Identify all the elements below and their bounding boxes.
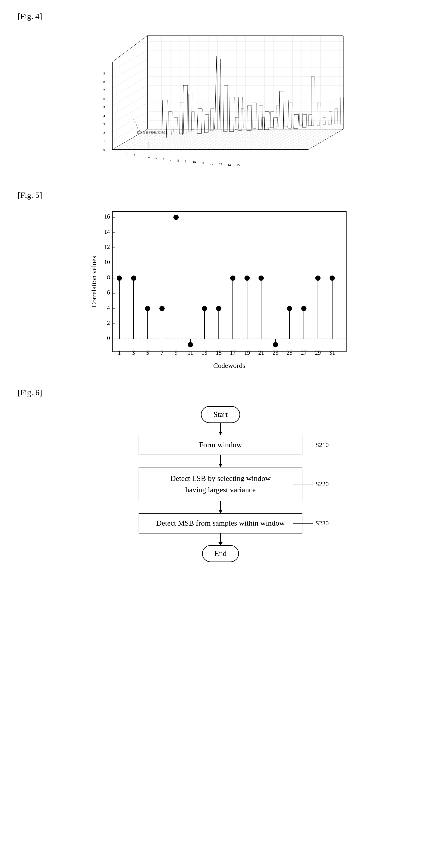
- svg-marker-181: [317, 103, 320, 125]
- svg-line-69: [207, 129, 242, 150]
- svg-line-22: [180, 129, 217, 151]
- svg-line-21: [175, 129, 213, 151]
- svg-text:15: 15: [237, 163, 240, 167]
- svg-marker-158: [224, 85, 228, 131]
- svg-line-33: [232, 129, 269, 151]
- svg-line-87: [296, 129, 331, 150]
- svg-text:23: 23: [272, 349, 278, 356]
- svg-line-47: [297, 129, 334, 151]
- svg-line-96: [112, 85, 147, 106]
- svg-line-76: [241, 129, 277, 150]
- svg-marker-168: [253, 103, 257, 129]
- svg-marker-152: [264, 112, 269, 130]
- svg-line-94: [112, 68, 147, 88]
- svg-line-84: [281, 129, 316, 150]
- step-s210-node: Form window S210: [104, 435, 337, 455]
- svg-line-39: [260, 129, 297, 151]
- svg-text:3: 3: [137, 127, 139, 130]
- svg-marker-160: [259, 106, 263, 130]
- svg-marker-151: [247, 106, 252, 131]
- svg-text:4: 4: [107, 304, 110, 311]
- svg-line-71: [217, 129, 252, 150]
- svg-line-99: [112, 112, 147, 132]
- svg-line-67: [197, 129, 232, 150]
- svg-text:Codewords: Codewords: [213, 362, 245, 369]
- step-s220-label: Detect LSB by selecting window having la…: [148, 473, 293, 496]
- svg-line-32: [227, 129, 264, 151]
- svg-line-98: [112, 103, 147, 123]
- step-s230-label: Detect MSB from samples within window: [156, 519, 285, 527]
- svg-text:12: 12: [104, 244, 110, 250]
- arrow-3: [220, 501, 221, 513]
- svg-text:1: 1: [140, 133, 142, 135]
- svg-marker-159: [238, 97, 242, 131]
- svg-line-18: [161, 129, 199, 151]
- svg-line-100: [112, 120, 147, 141]
- svg-text:0: 0: [107, 335, 110, 341]
- svg-line-95: [112, 76, 147, 97]
- svg-marker-146: [215, 56, 217, 129]
- svg-marker-180: [311, 76, 314, 126]
- step-s210-label: Form window: [199, 441, 242, 449]
- svg-text:6: 6: [133, 118, 134, 121]
- step-s210-id: S210: [316, 441, 329, 449]
- svg-point-240: [202, 306, 207, 311]
- svg-text:7: 7: [170, 158, 172, 161]
- svg-text:27: 27: [301, 349, 307, 356]
- svg-point-232: [145, 306, 150, 311]
- svg-text:1: 1: [126, 153, 128, 156]
- svg-line-23: [185, 129, 222, 151]
- svg-text:5: 5: [104, 105, 105, 109]
- step-s230-node: Detect MSB from samples within window S2…: [104, 513, 337, 533]
- svg-line-92: [112, 50, 147, 71]
- svg-line-91: [112, 41, 147, 62]
- svg-text:9: 9: [175, 349, 177, 356]
- svg-text:1: 1: [118, 349, 121, 356]
- svg-line-82: [271, 129, 306, 150]
- svg-line-28: [208, 129, 246, 151]
- step-s220-id: S220: [316, 480, 329, 488]
- svg-marker-157: [204, 115, 209, 133]
- svg-text:6: 6: [104, 97, 105, 100]
- svg-text:8: 8: [107, 274, 110, 280]
- svg-text:6: 6: [163, 157, 164, 160]
- svg-point-252: [287, 306, 292, 311]
- svg-text:5: 5: [155, 156, 157, 159]
- svg-text:11: 11: [187, 349, 193, 356]
- svg-text:29: 29: [315, 349, 321, 356]
- svg-text:2: 2: [134, 153, 135, 157]
- svg-marker-178: [323, 118, 326, 124]
- svg-marker-182: [329, 112, 332, 125]
- svg-text:16: 16: [104, 213, 110, 220]
- svg-line-40: [264, 129, 302, 151]
- svg-line-93: [112, 59, 147, 80]
- svg-text:3: 3: [104, 122, 105, 126]
- svg-marker-177: [299, 113, 303, 125]
- svg-point-246: [245, 276, 249, 280]
- svg-text:14: 14: [228, 163, 231, 166]
- fig5-section: [Fig. 5] 0 2 4 6 8 10 12 14 16: [18, 190, 423, 376]
- svg-text:Correlation values: Correlation values: [90, 256, 98, 308]
- fig4-chart: 0 1 2 3 4 5 6 7 8 9: [89, 27, 352, 179]
- svg-marker-176: [276, 106, 279, 126]
- svg-marker-179: [334, 109, 338, 124]
- svg-point-230: [131, 276, 136, 280]
- svg-line-90: [308, 129, 343, 150]
- svg-line-31: [222, 129, 260, 151]
- svg-text:1: 1: [104, 140, 105, 143]
- fig5-label: [Fig. 5]: [18, 190, 423, 200]
- svg-text:10: 10: [193, 160, 196, 164]
- svg-line-88: [301, 129, 336, 150]
- svg-marker-169: [270, 112, 274, 128]
- svg-line-79: [257, 129, 292, 150]
- start-node: Start: [104, 406, 337, 423]
- fig5-svg: 0 2 4 6 8 10 12 14 16: [89, 206, 352, 375]
- svg-line-27: [204, 129, 241, 151]
- svg-text:7: 7: [160, 349, 164, 356]
- svg-text:21: 21: [258, 349, 264, 356]
- svg-text:13: 13: [202, 349, 207, 356]
- svg-point-242: [216, 306, 221, 311]
- svg-text:4: 4: [104, 114, 105, 118]
- svg-line-85: [286, 129, 321, 150]
- svg-text:3: 3: [132, 349, 135, 356]
